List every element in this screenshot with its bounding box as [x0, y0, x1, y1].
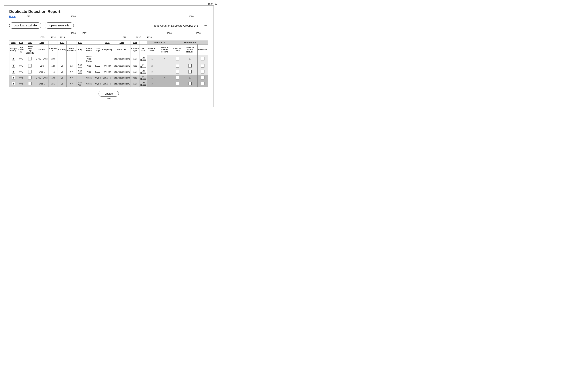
table-cell[interactable] — [198, 81, 208, 87]
table-cell: US — [58, 75, 66, 81]
table-cell: http://ipsumlorem4 — [113, 75, 131, 81]
annotation-1026: 1026 — [71, 32, 76, 35]
table-cell[interactable] — [157, 63, 172, 69]
col-header-bitrate — [140, 41, 147, 44]
table-cell[interactable] — [198, 69, 208, 75]
table-cell[interactable] — [182, 81, 197, 87]
table-cell[interactable] — [25, 63, 35, 69]
table-cell: Web 1 — [35, 81, 49, 87]
table-cell: 128 kb/sec — [140, 81, 147, 87]
col-header-1031: 1031 — [58, 41, 66, 44]
table-cell: 1 — [147, 55, 157, 63]
table-cell: 105.7 FM — [101, 75, 113, 81]
col-link-1028[interactable]: 1028 — [105, 41, 109, 44]
table-cell[interactable] — [198, 75, 208, 81]
table-cell[interactable] — [182, 63, 197, 69]
col-link-1038[interactable]: 1038 — [133, 41, 137, 44]
table-cell[interactable]: X — [9, 69, 17, 75]
table-cell: SHOUTCAST — [35, 75, 49, 81]
table-cell: http://ipsumlorem1 — [113, 55, 131, 63]
table-row: X002Web 1246USNYNew YorkCrushWQSH105.7 F… — [9, 81, 208, 87]
col-link-1037[interactable]: 1037 — [120, 41, 124, 44]
th-state-province: State/ Province — [67, 44, 76, 55]
table-cell: mp3 — [131, 63, 140, 69]
table-cell[interactable]: X — [9, 55, 17, 63]
table-cell: NY — [67, 69, 76, 75]
col-link-1031[interactable]: 1031 — [60, 41, 64, 44]
table-cell: 128 — [49, 63, 58, 69]
table-cell: 001 — [17, 55, 25, 63]
table-cell[interactable] — [172, 81, 182, 87]
th-content-type: Content Type — [131, 44, 140, 55]
table-cell: http://ipsumlorem5 — [113, 81, 131, 87]
table-cell[interactable]: X — [9, 75, 17, 81]
table-cell: KLLC — [94, 63, 101, 69]
table-cell[interactable]: X — [182, 55, 197, 63]
table-cell: 456 — [49, 69, 58, 75]
table-cell: Alice — [84, 63, 94, 69]
col-header-channel — [49, 41, 58, 44]
home-link[interactable]: Home — [9, 15, 16, 18]
table-cell[interactable]: X — [9, 63, 17, 69]
col-link-1020[interactable]: 1020 — [28, 41, 32, 44]
table-cell[interactable] — [157, 81, 172, 87]
col-link-1022[interactable]: 1022 — [40, 41, 44, 44]
table-cell: WQSH — [94, 75, 101, 81]
annotation-1035: 1035 — [40, 36, 44, 39]
table-cell[interactable] — [198, 55, 208, 63]
col-header-1008: 1008 — [17, 41, 25, 44]
table-cell[interactable] — [172, 75, 182, 81]
table-cell: Web 1 — [35, 69, 49, 75]
table-cell — [101, 55, 113, 63]
table-cell: San Jose — [76, 69, 84, 75]
total-count-label: Total Count of Duplicate Groups: 245 — [154, 24, 198, 27]
col-header-1038: 1038 — [131, 41, 140, 44]
update-button[interactable]: Update — [99, 91, 119, 97]
table-cell: 289 — [49, 55, 58, 63]
table-cell: 001 — [17, 63, 25, 69]
table-cell[interactable] — [157, 69, 172, 75]
table-cell[interactable] — [25, 55, 35, 63]
table-cell[interactable] — [172, 69, 182, 75]
table-cell: KLLC — [94, 69, 101, 75]
table-cell[interactable]: X — [9, 81, 17, 87]
th-city: City — [76, 44, 84, 55]
table-cell: aac — [131, 55, 140, 63]
table-cell: Alice — [84, 69, 94, 75]
table-cell[interactable] — [25, 81, 35, 87]
col-header-1021: 1021 — [76, 41, 84, 44]
col-link-1040[interactable]: 1040 — [11, 41, 15, 44]
table-cell: US — [58, 69, 66, 75]
th-aha-cat-rank-overrides: Aha Cat. Rank — [172, 44, 182, 55]
table-cell[interactable] — [25, 75, 35, 81]
download-excel-button[interactable]: Download Excel File — [9, 22, 41, 29]
table-cell: Radio Alice Online — [84, 55, 94, 63]
table-row: X002SHOUTCAST138USNYCrushWQSH105.7 FMhtt… — [9, 75, 208, 81]
table-cell: 001 — [17, 69, 25, 75]
col-link-1021[interactable]: 1021 — [78, 41, 82, 44]
table-cell[interactable]: X — [157, 75, 172, 81]
table-cell: 002 — [17, 81, 25, 87]
table-cell[interactable]: X — [157, 55, 172, 63]
table-cell: WQSH — [94, 81, 101, 87]
table-cell: Crush — [84, 75, 94, 81]
table-cell[interactable]: X — [182, 75, 197, 81]
table-cell[interactable] — [182, 69, 197, 75]
th-bit-rate: Bit Rate — [140, 44, 147, 55]
annotation-1096: 1096 — [71, 15, 76, 18]
annotation-1030: 1030 — [203, 24, 208, 27]
table-cell[interactable] — [172, 63, 182, 69]
annotation-1000: 1000 ↳ — [208, 2, 217, 6]
annotation-1027: 1027 — [82, 32, 87, 35]
table-cell[interactable] — [198, 63, 208, 69]
th-aha-cat-rank-defaults: Aha Cat. Rank — [147, 44, 157, 55]
col-link-1008[interactable]: 1008 — [19, 41, 23, 44]
table-cell — [67, 55, 76, 63]
table-cell: SHOUTCAST — [35, 55, 49, 63]
table-cell[interactable] — [25, 69, 35, 75]
table-cell: NY — [67, 75, 76, 81]
annotation-1060: 1060 — [167, 32, 172, 35]
table-cell: 1 — [147, 75, 157, 81]
table-cell[interactable] — [172, 55, 182, 63]
upload-excel-button[interactable]: Upload Excel File — [45, 22, 74, 29]
